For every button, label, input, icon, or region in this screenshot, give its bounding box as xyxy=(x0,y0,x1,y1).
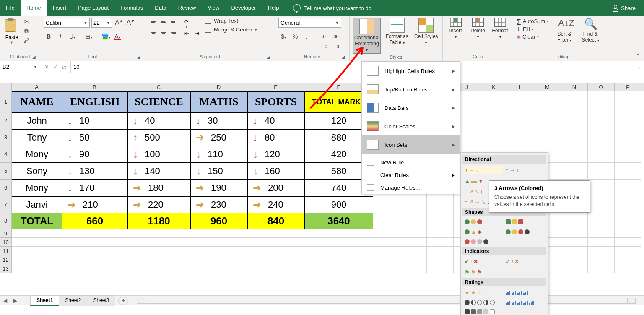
cell[interactable] xyxy=(534,91,561,112)
cell[interactable] xyxy=(373,247,400,255)
align-right-button[interactable] xyxy=(169,29,178,38)
borders-button[interactable]: ⊞▾ xyxy=(84,31,94,41)
cell[interactable] xyxy=(507,129,534,146)
cell[interactable] xyxy=(588,146,615,163)
data-cell[interactable]: ↓30 xyxy=(190,112,247,129)
data-cell[interactable]: ↓100 xyxy=(127,146,190,163)
delete-cells-button[interactable]: Delete▾ xyxy=(468,18,487,53)
clear-rules-item[interactable]: Clear Rules▶ xyxy=(362,169,460,181)
row-header[interactable]: 11 xyxy=(0,247,12,255)
tab-page-layout[interactable]: Page Layout xyxy=(72,0,114,16)
row-header[interactable]: 3 xyxy=(0,129,12,146)
table-header-cell[interactable]: MATHS xyxy=(190,91,247,112)
bold-button[interactable]: B xyxy=(44,31,54,41)
decrease-indent-button[interactable]: ⇤ xyxy=(182,29,191,38)
tab-file[interactable]: File xyxy=(0,0,21,16)
iconset-4-rb[interactable] xyxy=(464,238,502,245)
data-cell[interactable]: ↓80 xyxy=(247,129,304,146)
cell[interactable] xyxy=(190,238,247,247)
total-value-cell[interactable]: 840 xyxy=(247,213,304,229)
cell[interactable] xyxy=(62,229,127,238)
tab-view[interactable]: View xyxy=(202,0,225,16)
data-cell[interactable]: ↓40 xyxy=(127,112,190,129)
cell[interactable] xyxy=(400,247,427,255)
collapse-ribbon-button[interactable]: ⌃ xyxy=(632,16,644,61)
cell[interactable] xyxy=(615,129,641,146)
conditional-formatting-button[interactable]: Conditional Formatting ▾ xyxy=(353,18,381,54)
cell[interactable] xyxy=(247,238,304,247)
icon-sets-item[interactable]: Icon Sets▶ xyxy=(362,135,460,154)
cell[interactable] xyxy=(62,255,127,264)
name-cell[interactable]: Janvi xyxy=(12,196,62,213)
cell-styles-button[interactable]: Cell Styles ▾ xyxy=(413,18,439,54)
horizontal-scrollbar[interactable] xyxy=(137,298,636,304)
highlight-cells-rules-item[interactable]: Highlight Cells Rules▶ xyxy=(362,62,460,80)
data-cell[interactable]: ↓90 xyxy=(62,146,127,163)
cell[interactable] xyxy=(190,255,247,264)
cell[interactable] xyxy=(62,247,127,255)
cell[interactable] xyxy=(615,91,641,112)
select-all-corner[interactable] xyxy=(0,83,12,91)
top-bottom-rules-item[interactable]: Top/Bottom Rules▶ xyxy=(362,80,460,99)
cell[interactable] xyxy=(247,255,304,264)
cell[interactable] xyxy=(127,255,190,264)
add-sheet-button[interactable]: + xyxy=(118,297,128,305)
data-cell[interactable]: ↓120 xyxy=(247,146,304,163)
fx-button[interactable]: fx xyxy=(62,64,66,70)
cell[interactable] xyxy=(400,238,427,247)
cell[interactable] xyxy=(427,255,454,264)
cell[interactable] xyxy=(561,163,588,180)
color-scales-item[interactable]: Color Scales▶ xyxy=(362,117,460,135)
column-header[interactable]: P xyxy=(615,83,641,91)
row-header[interactable]: 9 xyxy=(0,229,12,238)
cell[interactable] xyxy=(615,196,641,213)
total-label-cell[interactable]: TOTAL xyxy=(12,213,62,229)
data-bars-item[interactable]: Data Bars▶ xyxy=(362,99,460,117)
tell-me[interactable]: Tell me what you want to do xyxy=(293,4,371,12)
cell[interactable] xyxy=(615,163,641,180)
cell[interactable] xyxy=(427,247,454,255)
decrease-font-button[interactable]: A▼ xyxy=(126,19,136,26)
iconset-4-traffic[interactable] xyxy=(505,228,543,236)
cell[interactable] xyxy=(615,255,641,264)
cell[interactable] xyxy=(615,229,641,238)
italic-button[interactable]: I xyxy=(55,31,65,41)
currency-button[interactable]: $▾ xyxy=(278,31,288,41)
tab-home[interactable]: Home xyxy=(21,0,47,16)
increase-indent-button[interactable]: ⇥ xyxy=(192,29,201,38)
iconset-4-ratings-bars[interactable] xyxy=(505,289,543,297)
manage-rules-item[interactable]: Manage Rules... xyxy=(362,181,460,194)
cell[interactable] xyxy=(615,213,641,229)
cell[interactable] xyxy=(400,229,427,238)
cell[interactable] xyxy=(400,213,427,229)
cell[interactable] xyxy=(480,112,507,129)
autosum-button[interactable]: ∑AutoSum ▾ xyxy=(517,18,548,25)
cell[interactable] xyxy=(561,229,588,238)
cell[interactable] xyxy=(561,264,588,273)
font-size-combo[interactable]: 22▼ xyxy=(91,18,112,28)
row-header[interactable]: 12 xyxy=(0,255,12,264)
cell[interactable] xyxy=(561,129,588,146)
cancel-formula-button[interactable]: ✕ xyxy=(44,64,49,70)
iconset-3-traffic-lights[interactable] xyxy=(464,219,502,225)
wrap-text-button[interactable]: Wrap Text xyxy=(205,18,257,24)
sheet-tab-3[interactable]: Sheet3 xyxy=(87,295,115,306)
cell[interactable] xyxy=(373,229,400,238)
total-value-cell[interactable]: 1180 xyxy=(127,213,190,229)
table-header-cell[interactable]: ENGLISH xyxy=(62,91,127,112)
name-cell[interactable]: Tony xyxy=(12,129,62,146)
row-header[interactable]: 8 xyxy=(0,213,12,229)
comma-button[interactable]: , xyxy=(302,31,312,41)
cell[interactable] xyxy=(62,264,127,273)
increase-decimal-button[interactable]: .0←0 xyxy=(319,31,329,41)
cell[interactable] xyxy=(12,229,62,238)
row-header[interactable]: 1 xyxy=(0,91,12,112)
fill-button[interactable]: ⬇Fill ▾ xyxy=(517,26,548,32)
cell[interactable] xyxy=(588,229,615,238)
fill-color-button[interactable]: 🪣▾ xyxy=(101,31,111,41)
align-top-button[interactable] xyxy=(148,18,158,27)
cell[interactable] xyxy=(190,229,247,238)
cell[interactable] xyxy=(561,247,588,255)
cell[interactable] xyxy=(534,129,561,146)
row-header[interactable]: 5 xyxy=(0,163,12,180)
